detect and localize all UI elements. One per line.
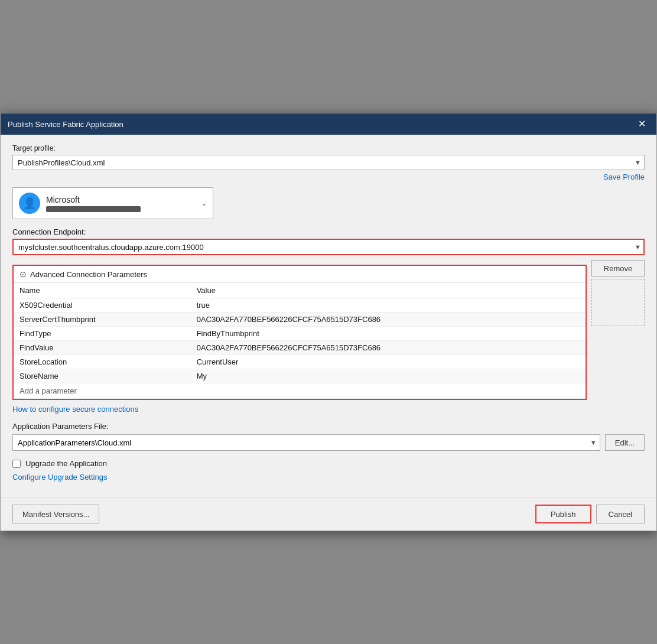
table-row[interactable]: ServerCertThumbprint 0AC30A2FA770BEF5662… <box>14 313 586 327</box>
secure-connections-link[interactable]: How to configure secure connections <box>12 405 138 414</box>
add-param-row[interactable]: Add a parameter <box>14 383 586 399</box>
param-value: 0AC30A2FA770BEF566226CFCF75A6515D73FC686 <box>191 341 586 355</box>
footer: Manifest Versions... Publish Cancel <box>1 497 656 531</box>
advanced-header[interactable]: ⊙ Advanced Connection Parameters <box>14 266 586 283</box>
add-param-label[interactable]: Add a parameter <box>14 383 586 399</box>
save-profile-link[interactable]: Save Profile <box>603 173 645 181</box>
edit-button[interactable]: Edit... <box>605 434 645 451</box>
account-chevron-icon: ⌄ <box>201 200 207 207</box>
footer-right: Publish Cancel <box>535 505 645 523</box>
param-value: My <box>191 369 586 383</box>
param-value: CurrentUser <box>191 355 586 369</box>
upgrade-label: Upgrade the Application <box>25 459 107 468</box>
app-params-row: ApplicationParameters\Cloud.xml ▼ Edit..… <box>12 434 645 451</box>
account-avatar-icon: 👤 <box>23 197 36 210</box>
publish-button[interactable]: Publish <box>535 505 591 523</box>
advanced-section-row: ⊙ Advanced Connection Parameters Name Va… <box>12 260 645 400</box>
upgrade-row: Upgrade the Application <box>12 459 645 468</box>
param-value: 0AC30A2FA770BEF566226CFCF75A6515D73FC686 <box>191 313 586 327</box>
account-email-redacted <box>46 206 141 212</box>
connection-endpoint-input[interactable] <box>12 239 645 255</box>
param-name: FindValue <box>14 341 191 355</box>
param-name: FindType <box>14 327 191 341</box>
params-table: Name Value X509Credential true ServerCer… <box>14 283 586 399</box>
param-name: X509Credential <box>14 298 191 313</box>
target-profile-dropdown-wrapper: PublishProfiles\Cloud.xml ▼ <box>12 155 645 170</box>
param-name: ServerCertThumbprint <box>14 313 191 327</box>
account-box[interactable]: 👤 Microsoft ⌄ <box>12 187 213 219</box>
connection-endpoint-label: Connection Endpoint: <box>12 227 645 236</box>
app-params-label: Application Parameters File: <box>12 422 645 431</box>
account-avatar: 👤 <box>19 193 40 214</box>
save-profile-row: Save Profile <box>12 173 645 181</box>
advanced-section: ⊙ Advanced Connection Parameters Name Va… <box>12 260 587 400</box>
param-name: StoreName <box>14 369 191 383</box>
advanced-header-text: Advanced Connection Parameters <box>30 270 147 279</box>
cancel-button[interactable]: Cancel <box>596 505 645 523</box>
table-row[interactable]: StoreName My <box>14 369 586 383</box>
target-profile-label: Target profile: <box>12 144 645 152</box>
title-bar: Publish Service Fabric Application ✕ <box>1 113 656 135</box>
app-params-dropdown[interactable]: ApplicationParameters\Cloud.xml <box>12 434 600 451</box>
dialog-title: Publish Service Fabric Application <box>8 120 123 129</box>
table-row[interactable]: FindValue 0AC30A2FA770BEF566226CFCF75A65… <box>14 341 586 355</box>
col-name-header: Name <box>14 283 191 298</box>
advanced-panel: ⊙ Advanced Connection Parameters Name Va… <box>12 265 587 400</box>
close-button[interactable]: ✕ <box>635 118 649 130</box>
target-profile-dropdown[interactable]: PublishProfiles\Cloud.xml <box>12 155 645 170</box>
app-params-dropdown-wrapper: ApplicationParameters\Cloud.xml ▼ <box>12 434 600 451</box>
account-info: Microsoft <box>46 195 196 212</box>
param-value: true <box>191 298 586 313</box>
remove-button[interactable]: Remove <box>591 260 645 277</box>
table-row[interactable]: StoreLocation CurrentUser <box>14 355 586 369</box>
col-value-header: Value <box>191 283 586 298</box>
table-row[interactable]: X509Credential true <box>14 298 586 313</box>
remove-area: Remove <box>591 260 645 326</box>
upgrade-checkbox[interactable] <box>12 460 21 468</box>
collapse-icon: ⊙ <box>19 269 27 279</box>
table-row[interactable]: FindType FindByThumbprint <box>14 327 586 341</box>
param-value: FindByThumbprint <box>191 327 586 341</box>
publish-dialog: Publish Service Fabric Application ✕ Tar… <box>0 113 657 531</box>
account-name: Microsoft <box>46 195 196 204</box>
dotted-area <box>591 279 645 326</box>
dialog-content: Target profile: PublishProfiles\Cloud.xm… <box>1 135 656 491</box>
configure-upgrade-link[interactable]: Configure Upgrade Settings <box>12 473 107 482</box>
param-name: StoreLocation <box>14 355 191 369</box>
manifest-versions-button[interactable]: Manifest Versions... <box>12 505 99 523</box>
connection-endpoint-wrapper: ▼ <box>12 239 645 255</box>
